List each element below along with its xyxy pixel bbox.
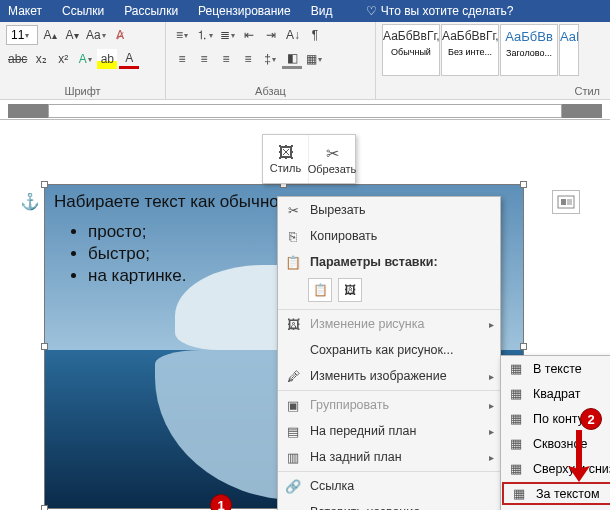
link-icon: 🔗	[284, 479, 302, 494]
style-more[interactable]: АаБбВв	[559, 24, 579, 76]
style-heading[interactable]: АаБбВв Заголово...	[500, 24, 558, 76]
svg-marker-6	[568, 430, 590, 482]
front-icon: ▤	[284, 424, 302, 439]
change-case-icon[interactable]: Aa▾	[84, 25, 108, 45]
list-item[interactable]: быстро;	[88, 244, 283, 264]
wrap-front[interactable]: ▦Перед текстом	[501, 506, 610, 510]
wrap-inline-icon: ▦	[507, 361, 525, 376]
strike-icon[interactable]: abc	[6, 49, 29, 69]
resize-handle[interactable]	[41, 181, 48, 188]
multilevel-icon[interactable]: ≣▾	[217, 25, 237, 45]
align-center-icon[interactable]: ≡	[194, 49, 214, 69]
layout-options-button[interactable]	[552, 190, 580, 214]
tab-mailings[interactable]: Рассылки	[124, 4, 178, 18]
annotation-badge-2: 2	[580, 408, 602, 430]
shading-icon[interactable]: ◧	[282, 49, 302, 69]
crop-button[interactable]: ✂ Обрезать	[309, 135, 355, 183]
resize-handle[interactable]	[41, 505, 48, 510]
subscript-icon[interactable]: x₂	[31, 49, 51, 69]
sort-icon[interactable]: A↓	[283, 25, 303, 45]
picture-style-icon: 🖾	[278, 144, 294, 162]
style-normal[interactable]: АаБбВвГг, Обычный	[382, 24, 440, 76]
wrap-square[interactable]: ▦Квадрат	[501, 381, 610, 406]
menu-edit-image[interactable]: 🖉Изменить изображение▸	[278, 363, 500, 389]
annotation-arrow-1	[227, 504, 345, 510]
svg-rect-1	[561, 199, 566, 205]
font-color-icon[interactable]: A	[119, 49, 139, 69]
ruler[interactable]	[0, 100, 610, 120]
align-right-icon[interactable]: ≡	[216, 49, 236, 69]
styles-gallery[interactable]: АаБбВвГг, Обычный АаБбВвГг, Без инте... …	[382, 24, 579, 85]
copy-icon: ⎘	[284, 229, 302, 244]
anchor-icon: ⚓	[20, 192, 40, 211]
wrap-behind[interactable]: ▦За текстом	[502, 482, 610, 505]
mini-toolbar: 🖾 Стиль ✂ Обрезать	[262, 134, 356, 184]
borders-icon[interactable]: ▦▾	[304, 49, 324, 69]
group-font-label: Шрифт	[6, 85, 159, 99]
list-item[interactable]: просто;	[88, 222, 283, 242]
menu-bring-front[interactable]: ▤На передний план▸	[278, 418, 500, 444]
back-icon: ▥	[284, 450, 302, 465]
bulb-icon: ♡	[366, 4, 377, 18]
context-menu: ✂Вырезать ⎘Копировать 📋Параметры вставки…	[277, 196, 501, 510]
picture-style-button[interactable]: 🖾 Стиль	[263, 135, 309, 183]
ribbon: 11▾ A▴ A▾ Aa▾ A̷ abc x₂ x² A▾ ab A Шрифт…	[0, 22, 610, 100]
wrap-tight-icon: ▦	[507, 411, 525, 426]
paste-icon: 📋	[284, 255, 302, 270]
menu-save-as-picture[interactable]: Сохранить как рисунок...	[278, 337, 500, 363]
crop-icon: ✂	[326, 144, 339, 163]
indent-icon[interactable]: ⇥	[261, 25, 281, 45]
tab-references[interactable]: Ссылки	[62, 4, 104, 18]
ribbon-tabs: Макет Ссылки Рассылки Рецензирование Вид…	[0, 0, 610, 22]
wrap-topbottom-icon: ▦	[507, 461, 525, 476]
image-icon: 🖼	[284, 317, 302, 332]
resize-handle[interactable]	[520, 181, 527, 188]
wrap-through-icon: ▦	[507, 436, 525, 451]
show-marks-icon[interactable]: ¶	[305, 25, 325, 45]
tab-review[interactable]: Рецензирование	[198, 4, 291, 18]
text-effects-icon[interactable]: A▾	[75, 49, 95, 69]
menu-paste-header: 📋Параметры вставки:	[278, 249, 500, 275]
menu-group: ▣Группировать▸	[278, 392, 500, 418]
menu-change-picture: 🖼Изменение рисунка▸	[278, 311, 500, 337]
edit-icon: 🖉	[284, 369, 302, 384]
bullets-icon[interactable]: ≡▾	[172, 25, 192, 45]
wrap-square-icon: ▦	[507, 386, 525, 401]
superscript-icon[interactable]: x²	[53, 49, 73, 69]
resize-handle[interactable]	[41, 343, 48, 350]
tell-me[interactable]: ♡ Что вы хотите сделать?	[366, 4, 513, 18]
paste-option-keep[interactable]: 📋	[308, 278, 332, 302]
tab-layout[interactable]: Макет	[8, 4, 42, 18]
style-no-spacing[interactable]: АаБбВвГг, Без инте...	[441, 24, 499, 76]
numbering-icon[interactable]: ⒈▾	[194, 25, 215, 45]
list-item[interactable]: на картинке.	[88, 266, 283, 286]
justify-icon[interactable]: ≡	[238, 49, 258, 69]
paste-option-picture[interactable]: 🖼	[338, 278, 362, 302]
menu-send-back[interactable]: ▥На задний план▸	[278, 444, 500, 470]
tab-view[interactable]: Вид	[311, 4, 333, 18]
wrap-inline[interactable]: ▦В тексте	[501, 356, 610, 381]
group-icon: ▣	[284, 398, 302, 413]
align-left-icon[interactable]: ≡	[172, 49, 192, 69]
wrap-behind-icon: ▦	[510, 486, 528, 501]
document-text[interactable]: Набираете текст как обычно. просто; быст…	[54, 192, 283, 288]
document-area[interactable]: ⚓ Набираете текст как обычно. просто; бы…	[0, 120, 610, 510]
highlight-icon[interactable]: ab	[97, 49, 117, 69]
outdent-icon[interactable]: ⇤	[239, 25, 259, 45]
annotation-arrow-2	[564, 430, 594, 482]
clear-format-icon[interactable]: A̷	[110, 25, 130, 45]
resize-handle[interactable]	[520, 343, 527, 350]
font-size-input[interactable]: 11▾	[6, 25, 38, 45]
grow-font-icon[interactable]: A▴	[40, 25, 60, 45]
group-para-label: Абзац	[172, 85, 369, 99]
shrink-font-icon[interactable]: A▾	[62, 25, 82, 45]
group-styles-label: Стил	[382, 85, 604, 99]
line-spacing-icon[interactable]: ‡▾	[260, 49, 280, 69]
menu-copy[interactable]: ⎘Копировать	[278, 223, 500, 249]
menu-cut[interactable]: ✂Вырезать	[278, 197, 500, 223]
menu-link[interactable]: 🔗Ссылка	[278, 473, 500, 499]
cut-icon: ✂	[284, 203, 302, 218]
